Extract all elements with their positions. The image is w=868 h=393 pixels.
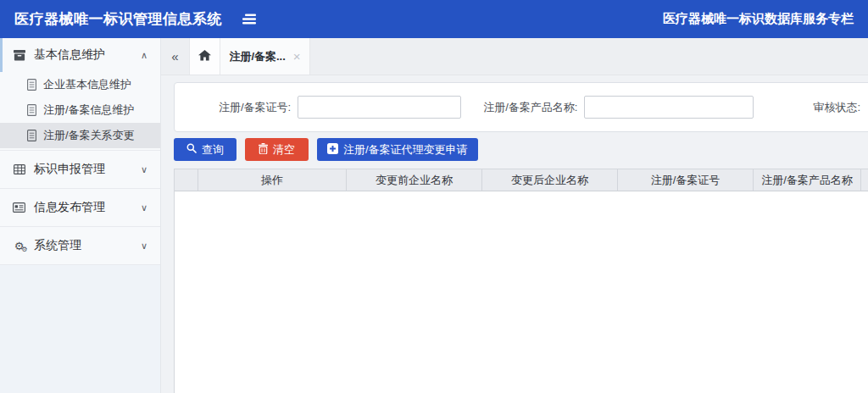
sidebar-group-identifier-declaration[interactable]: 标识申报管理 ∨ — [0, 151, 160, 188]
grid-header-operation: 操作 — [198, 169, 347, 191]
filter-cert-no: 注册/备案证号: — [219, 96, 461, 119]
gears-icon: ⚙⚙ — [12, 241, 26, 252]
sidebar-group-label: 基本信息维护 — [34, 47, 105, 63]
filter-panel: 注册/备案证号: 注册/备案产品名称: 审核状态: — [174, 82, 868, 132]
audit-status-label: 审核状态: — [813, 100, 860, 115]
tab-registration-change[interactable]: 注册/备案... × — [220, 38, 310, 75]
list-menu-icon[interactable] — [242, 14, 257, 25]
product-name-input[interactable] — [584, 96, 754, 119]
sidebar-group-label: 信息发布管理 — [34, 200, 105, 215]
grid-header-row: 操作 变更前企业名称 变更后企业名称 注册/备案证号 注册/备案产品名称 — [175, 169, 868, 191]
app-title: 医疗器械唯一标识管理信息系统 — [14, 9, 222, 29]
clear-button[interactable]: 清空 — [245, 138, 309, 161]
id-card-icon — [12, 202, 26, 213]
cert-no-input[interactable] — [298, 96, 461, 119]
product-name-label: 注册/备案产品名称: — [483, 100, 577, 115]
sidebar-group-info-publish[interactable]: 信息发布管理 ∨ — [0, 189, 160, 226]
udi-database-column-link[interactable]: 医疗器械唯一标识数据库服务专栏 — [663, 11, 854, 27]
app-header: 医疗器械唯一标识管理信息系统 医疗器械唯一标识数据库服务专栏 — [0, 0, 868, 38]
sidebar-item-label: 企业基本信息维护 — [43, 77, 131, 92]
table-grid-icon — [12, 164, 26, 174]
query-button[interactable]: 查询 — [174, 138, 236, 161]
document-icon — [27, 130, 36, 141]
grid-header-cert-no: 注册/备案证号 — [618, 169, 754, 191]
change-request-button[interactable]: 注册/备案证代理变更申请 — [317, 138, 478, 161]
query-button-label: 查询 — [202, 142, 224, 158]
filter-audit-status: 审核状态: — [813, 100, 860, 115]
grid-header-company-after: 变更后企业名称 — [482, 169, 618, 191]
trash-icon — [259, 143, 268, 157]
sidebar-item-label: 注册/备案信息维护 — [43, 102, 135, 118]
document-icon — [27, 104, 36, 116]
search-icon — [186, 143, 197, 156]
grid-body-empty — [175, 191, 868, 393]
sidebar-filler — [0, 264, 160, 393]
grid-header-product-name: 注册/备案产品名称 — [754, 169, 861, 191]
filter-product-name: 注册/备案产品名称: — [483, 96, 754, 119]
sidebar-group-basic-info[interactable]: 基本信息维护 ∧ — [0, 38, 160, 72]
toolbar: 查询 清空 注册/备案证代理变更申请 — [174, 138, 478, 161]
cert-no-label: 注册/备案证号: — [219, 100, 291, 115]
sidebar-item-registration-relation-change[interactable]: 注册/备案关系变更 — [0, 123, 160, 148]
sidebar-item-registration-info[interactable]: 注册/备案信息维护 — [0, 97, 160, 123]
chevron-down-icon: ∨ — [141, 241, 147, 252]
sidebar-group-system-management[interactable]: ⚙⚙ 系统管理 ∨ — [0, 227, 160, 264]
tab-label: 注册/备案... — [229, 49, 285, 64]
clear-button-label: 清空 — [273, 142, 295, 158]
collapse-sidebar-button[interactable]: « — [161, 38, 190, 75]
sidebar: 基本信息维护 ∧ 企业基本信息维护 注册/备案信息维护 — [0, 38, 161, 393]
plus-square-icon — [327, 143, 338, 157]
tab-bar: « 注册/备案... × — [161, 38, 868, 75]
data-grid: 操作 变更前企业名称 变更后企业名称 注册/备案证号 注册/备案产品名称 — [174, 169, 868, 393]
sidebar-group-label: 标识申报管理 — [34, 162, 105, 177]
archive-box-icon — [12, 50, 26, 61]
sidebar-item-company-basic-info[interactable]: 企业基本信息维护 — [0, 72, 160, 97]
grid-header-index — [175, 169, 198, 191]
sidebar-item-label: 注册/备案关系变更 — [43, 128, 135, 143]
grid-header-overflow — [861, 169, 868, 191]
change-request-button-label: 注册/备案证代理变更申请 — [343, 142, 468, 158]
sidebar-group-label: 系统管理 — [34, 238, 81, 253]
document-icon — [27, 79, 36, 91]
home-tab-button[interactable] — [190, 38, 220, 75]
chevron-up-icon: ∧ — [141, 50, 147, 61]
home-icon — [198, 49, 211, 64]
close-tab-icon[interactable]: × — [293, 49, 301, 64]
grid-header-company-before: 变更前企业名称 — [347, 169, 482, 191]
chevron-down-icon: ∨ — [141, 202, 147, 213]
chevron-down-icon: ∨ — [141, 164, 147, 175]
